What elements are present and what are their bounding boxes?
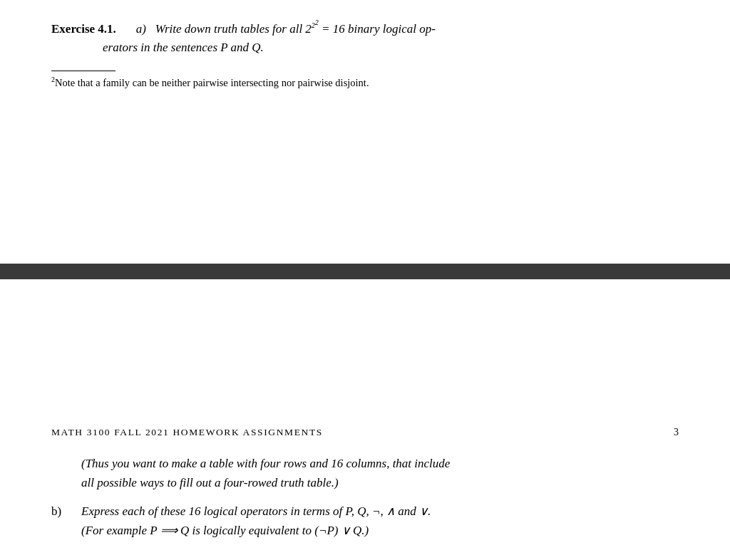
part-a-text: Write down truth tables for all 222 = 16…: [155, 22, 436, 36]
exercise-label: Exercise 4.1.: [51, 20, 116, 38]
part-b-label: b): [51, 502, 81, 540]
exercise-indent: erators in the sentences P and Q.: [51, 38, 679, 57]
part-b-block: b) Express each of these 16 logical oper…: [51, 502, 679, 540]
footnote: 2Note that a family can be neither pairw…: [51, 74, 679, 91]
continuation-line1: (Thus you want to make a table with four…: [81, 454, 679, 473]
part-b-line1: Express each of these 16 logical operato…: [81, 502, 431, 521]
var-P: P: [220, 41, 227, 54]
footnote-body: Note that a family can be neither pairwi…: [55, 77, 369, 88]
continuation-line2: all possible ways to fill out a four-row…: [81, 473, 679, 492]
page-number: 3: [674, 427, 679, 438]
dark-divider-bar: [0, 264, 730, 279]
part-a-prefix: a): [136, 22, 153, 36]
footnote-rule: [51, 71, 115, 71]
part-b-content: Express each of these 16 logical operato…: [81, 502, 431, 540]
footer: MATH 3100 FALL 2021 HOMEWORK ASSIGNMENTS…: [51, 427, 679, 438]
page-bottom: MATH 3100 FALL 2021 HOMEWORK ASSIGNMENTS…: [0, 427, 730, 560]
part-b-line2: (For example P ⟹ Q is logically equivale…: [81, 521, 431, 540]
exercise-block: Exercise 4.1. a) Write down truth tables…: [51, 20, 679, 58]
var-Q: Q.: [252, 41, 264, 54]
inner-sup: 2: [315, 19, 319, 26]
outer-sup: 22: [312, 21, 319, 29]
course-title: MATH 3100 FALL 2021 HOMEWORK ASSIGNMENTS: [51, 427, 323, 438]
page-top: Exercise 4.1. a) Write down truth tables…: [0, 0, 730, 90]
continuation-text: (Thus you want to make a table with four…: [51, 454, 679, 492]
